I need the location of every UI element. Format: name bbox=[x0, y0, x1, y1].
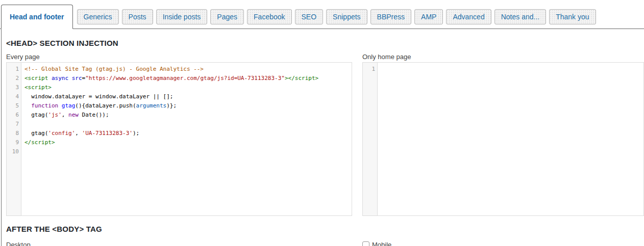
settings-panel: <HEAD> SECTION INJECTION Every page 1234… bbox=[0, 39, 644, 246]
mobile-label: Mobile bbox=[372, 241, 391, 246]
tab-head-and-footer[interactable]: Head and footer bbox=[1, 5, 73, 29]
home-page-label: Only home page bbox=[362, 53, 644, 61]
tab-bar: Head and footerGenericsPostsInside posts… bbox=[0, 0, 644, 29]
head-section-title: <HEAD> SECTION INJECTION bbox=[6, 39, 644, 47]
tab-generics[interactable]: Generics bbox=[77, 9, 119, 24]
tab-pages[interactable]: Pages bbox=[210, 9, 244, 24]
every-page-editor[interactable]: 12345678910 <!-- Global Site Tag (gtag.j… bbox=[6, 62, 352, 216]
tab-snippets[interactable]: Snippets bbox=[326, 9, 367, 24]
panel-left-border bbox=[1, 29, 2, 246]
tab-advanced[interactable]: Advanced bbox=[446, 9, 491, 24]
mobile-checkbox[interactable] bbox=[362, 241, 369, 246]
every-page-label: Every page bbox=[6, 53, 352, 61]
tab-notes-and[interactable]: Notes and... bbox=[494, 9, 547, 24]
body-section-title: AFTER THE <BODY> TAG bbox=[6, 225, 644, 233]
desktop-label: Desktop bbox=[6, 241, 352, 246]
editor-code-area[interactable]: <!-- Global Site Tag (gtag.js) - Google … bbox=[21, 63, 352, 215]
tab-thank-you[interactable]: Thank you bbox=[549, 9, 596, 24]
tab-bbpress[interactable]: BBPress bbox=[370, 9, 411, 24]
tab-amp[interactable]: AMP bbox=[414, 9, 443, 24]
tab-posts[interactable]: Posts bbox=[122, 9, 153, 24]
tab-inside-posts[interactable]: Inside posts bbox=[156, 9, 208, 24]
home-page-editor[interactable]: 1 bbox=[362, 62, 644, 216]
editor-line-numbers: 12345678910 bbox=[7, 63, 21, 215]
mobile-toggle-row: Mobile bbox=[362, 241, 644, 246]
editor-code-area[interactable] bbox=[378, 63, 643, 215]
tab-facebook[interactable]: Facebook bbox=[247, 9, 291, 24]
editor-line-numbers: 1 bbox=[363, 63, 378, 215]
tab-seo[interactable]: SEO bbox=[295, 9, 324, 24]
